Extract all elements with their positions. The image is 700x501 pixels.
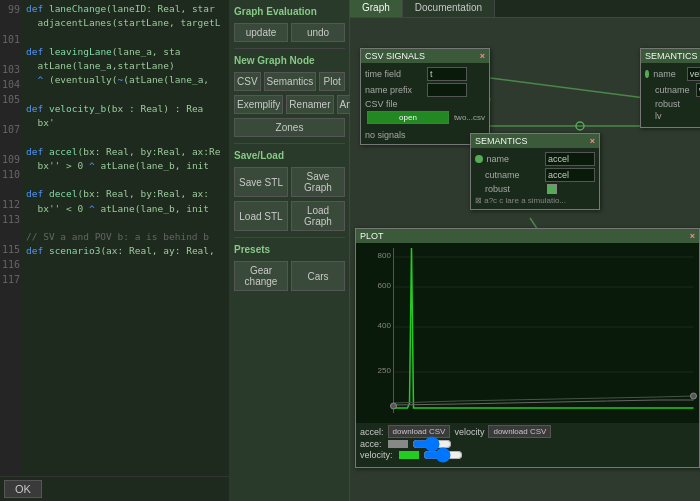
save-stl-button[interactable]: Save STL [234,167,288,197]
exemplify-button[interactable]: Exemplify [234,95,283,114]
graph-tabs: Graph Documentation [350,0,700,18]
plot-header[interactable]: PLOT × [356,229,699,243]
no-signals-text: no signals [365,130,485,140]
semantics-window-2: SEMANTICS × name cutname robust [640,48,700,128]
sem1-name-input[interactable] [545,152,595,166]
tab-documentation[interactable]: Documentation [403,0,495,17]
svg-text:600: 600 [378,281,392,290]
csv-button[interactable]: CSV [234,72,261,91]
csv-file-label: CSV file [365,99,425,109]
sem2-cutname-input[interactable] [696,83,700,97]
sem1-info: ⊠ a?c c lare a simulatio... [475,196,595,205]
legend-row-velocity: velocity: [360,450,695,460]
plot-legend: accel: download CSV velocity download CS… [356,423,699,462]
sem1-title: SEMANTICS [475,136,528,146]
save-graph-button[interactable]: Save Graph [291,167,345,197]
sidebar: Graph Evaluation update undo New Graph N… [230,0,350,501]
legend-accel-label: accel: [360,427,384,437]
svg-point-3 [576,122,584,130]
cars-button[interactable]: Cars [291,261,345,291]
plot-button[interactable]: Plot [319,72,345,91]
code-editor: 99 101 103 104 105 107 109 110 112 113 1… [0,0,230,501]
sem1-cutname-input[interactable] [545,168,595,182]
name-prefix-input[interactable] [427,83,467,97]
update-button[interactable]: update [234,23,288,42]
sem1-robust-label: robust [485,184,545,194]
plot-window: PLOT × 800 600 400 250 [355,228,700,468]
presets-title: Presets [234,244,345,255]
load-graph-button[interactable]: Load Graph [291,201,345,231]
legend-row-accel: accel: download CSV velocity download CS… [360,425,695,438]
legend-velocity-color [399,451,419,459]
ok-button[interactable]: OK [4,480,42,498]
sem2-name-label: name [653,69,685,79]
download-csv-velocity[interactable]: download CSV [488,425,551,438]
csv-win-title: CSV SIGNALS [365,51,425,61]
csv-open-button[interactable]: open [367,111,449,124]
csv-close-btn[interactable]: × [480,51,485,61]
gear-change-button[interactable]: Gear change [234,261,288,291]
svg-point-15 [391,403,397,409]
sem1-name-label: name [487,154,543,164]
sem2-cutname-label: cutname [655,85,694,95]
sem1-header[interactable]: SEMANTICS × [471,134,599,148]
sem2-header[interactable]: SEMANTICS × [641,49,700,63]
main-graph-area: Graph Documentation CSV SIGNALS × ti [350,0,700,501]
svg-line-2 [490,78,645,98]
plot-title: PLOT [360,231,384,241]
csv-signals-window: CSV SIGNALS × time field name prefix CSV… [360,48,490,145]
load-stl-button[interactable]: Load STL [234,201,288,231]
sem1-robust-checkbox[interactable] [547,184,557,194]
graph-canvas: CSV SIGNALS × time field name prefix CSV… [350,18,700,501]
sem2-lv-label: lv [655,111,700,121]
sem1-cutname-label: cutname [485,170,543,180]
svg-text:250: 250 [378,366,392,375]
line-numbers: 99 101 103 104 105 107 109 110 112 113 1… [0,0,22,501]
sem2-title: SEMANTICS [645,51,698,61]
csv-file-value: two...csv [454,113,485,122]
sem2-robust-label: robust [655,99,700,109]
time-field-label: time field [365,69,425,79]
time-field-input[interactable] [427,67,467,81]
legend-velocity-label: velocity [454,427,484,437]
plot-close-btn[interactable]: × [690,231,695,241]
renamer-button[interactable]: Renamer [286,95,333,114]
sem2-name-input[interactable] [687,67,700,81]
legend-acce-color [388,440,408,448]
undo-button[interactable]: undo [291,23,345,42]
name-prefix-label: name prefix [365,85,425,95]
code-text: def laneChange(laneID: Real, star adjace… [24,0,229,261]
svg-text:400: 400 [378,321,392,330]
plot-chart: 800 600 400 250 [356,243,699,423]
tab-graph[interactable]: Graph [350,0,403,17]
sem1-dot-left [475,155,483,163]
svg-point-16 [691,393,697,399]
new-graph-node-title: New Graph Node [234,55,345,66]
save-load-title: Save/Load [234,150,345,161]
legend-acce-label: acce: [360,439,382,449]
svg-text:800: 800 [378,251,392,260]
legend-row-acce: acce: [360,439,695,449]
zones-button[interactable]: Zones [234,118,345,137]
graph-evaluation-title: Graph Evaluation [234,6,345,17]
sem2-dot-left [645,70,649,78]
velocity-slider[interactable] [423,451,463,459]
semantics-button[interactable]: Semantics [264,72,317,91]
csv-win-header[interactable]: CSV SIGNALS × [361,49,489,63]
sem1-close-btn[interactable]: × [590,136,595,146]
legend-velocity-label2: velocity: [360,450,393,460]
semantics-window-1: SEMANTICS × name cutname robust ⊠ a?c c … [470,133,600,210]
ok-area: OK [0,476,230,501]
